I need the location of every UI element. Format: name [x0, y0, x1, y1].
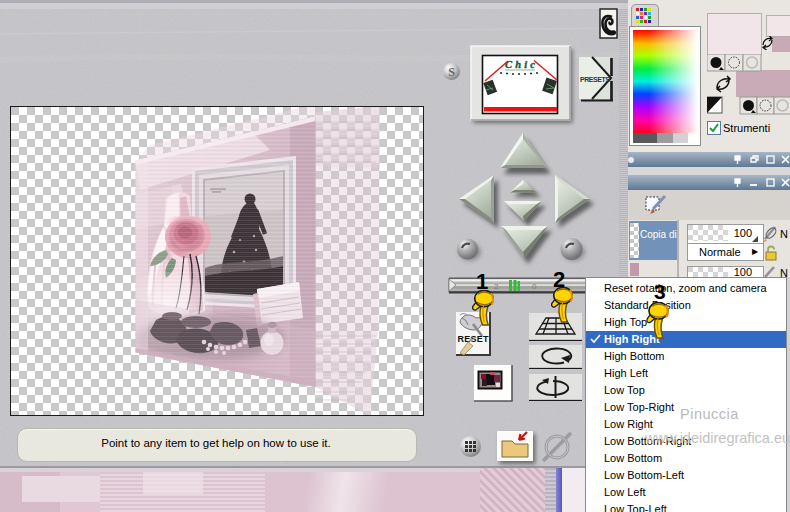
svg-text:0: 0	[532, 282, 537, 291]
svg-text:N: N	[780, 228, 788, 240]
svg-text:RESET: RESET	[458, 334, 490, 344]
svg-text:2: 2	[494, 282, 499, 291]
svg-text:Chic: Chic	[505, 59, 535, 70]
svg-text:S: S	[448, 65, 455, 79]
svg-text:PRESETS: PRESETS	[580, 76, 610, 83]
svg-text:N: N	[780, 267, 788, 277]
